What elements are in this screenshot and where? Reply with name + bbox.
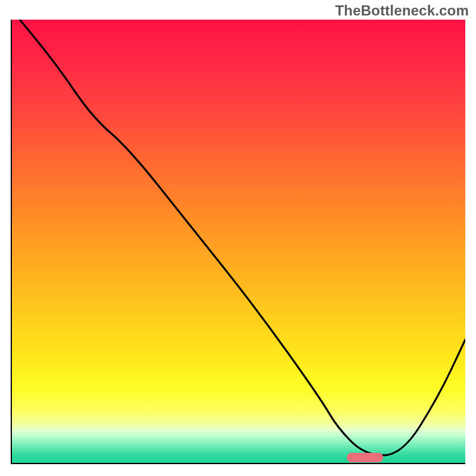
x-axis-line [11,463,465,464]
chart-container: TheBottleneck.com [0,0,476,476]
y-axis-line [11,20,12,464]
plot-area [11,20,465,464]
bottleneck-curve [11,20,465,464]
watermark-text: TheBottleneck.com [335,2,469,19]
highlight-pill [347,453,383,462]
